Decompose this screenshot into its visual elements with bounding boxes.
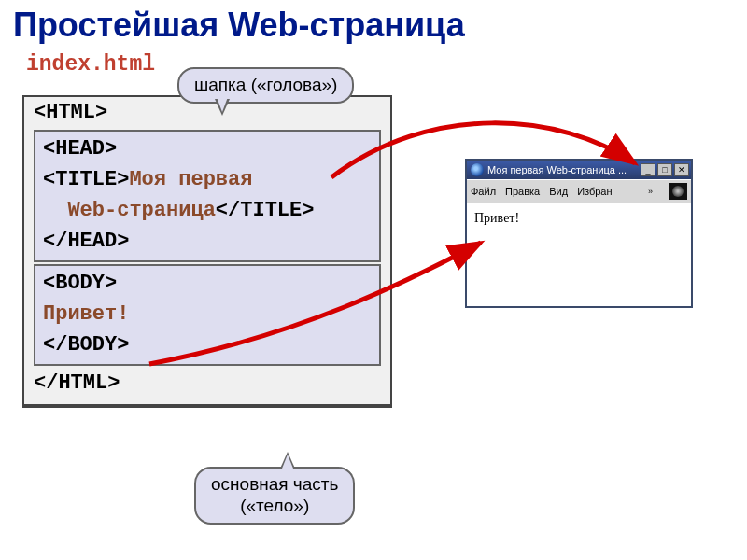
menu-favorites[interactable]: Избран	[577, 186, 612, 197]
code-body-close: </BODY>	[37, 329, 379, 360]
code-block: <HTML> <HEAD> <TITLE>Моя первая Web-стра…	[22, 95, 392, 408]
body-section: <BODY> Привет! </BODY>	[34, 264, 381, 366]
ie-icon	[471, 163, 484, 176]
minimize-button[interactable]: _	[641, 163, 655, 176]
callout-head: шапка («голова»)	[177, 67, 354, 104]
slide-title: Простейшая Web-страница	[13, 6, 747, 45]
code-head-open: <HEAD>	[37, 133, 379, 164]
browser-window: Моя первая Web-страница ... _ □ ✕ Файл П…	[465, 159, 693, 308]
throbber-icon	[669, 183, 687, 200]
code-title-close: </TITLE>	[216, 199, 315, 222]
code-body-text: Привет!	[37, 299, 379, 329]
menu-file[interactable]: Файл	[471, 186, 496, 197]
code-title-line2: Web-страница</TITLE>	[37, 195, 379, 226]
filename-label: index.html	[26, 52, 747, 77]
code-title-open: <TITLE>	[43, 168, 129, 191]
code-body-open: <BODY>	[37, 268, 379, 299]
browser-title-text: Моя первая Web-страница ...	[487, 164, 639, 175]
browser-menubar: Файл Правка Вид Избран »	[467, 179, 691, 203]
head-section: <HEAD> <TITLE>Моя первая Web-страница</T…	[34, 130, 381, 262]
menu-edit[interactable]: Правка	[505, 186, 540, 197]
close-button[interactable]: ✕	[674, 163, 689, 176]
callout-body-line2: («тело»)	[240, 496, 309, 515]
callout-body-line1: основная часть	[211, 474, 338, 494]
code-title-text2: Web-страница	[67, 199, 215, 222]
code-html-close: </HTML>	[24, 368, 390, 399]
page-content-text: Привет!	[474, 211, 519, 225]
code-title-text1: Моя первая	[129, 168, 252, 191]
menu-more-icon[interactable]: »	[648, 187, 655, 196]
maximize-button[interactable]: □	[657, 163, 672, 176]
browser-titlebar: Моя первая Web-страница ... _ □ ✕	[467, 161, 691, 179]
callout-body: основная часть («тело»)	[194, 467, 355, 525]
code-head-close: </HEAD>	[37, 226, 379, 257]
menu-view[interactable]: Вид	[549, 186, 568, 197]
code-title-line1: <TITLE>Моя первая	[37, 164, 379, 195]
browser-body: Привет!	[467, 203, 691, 306]
